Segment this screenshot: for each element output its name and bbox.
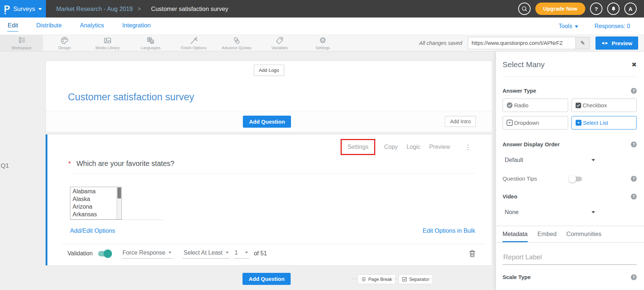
question-logic-button[interactable]: Logic bbox=[407, 144, 420, 150]
question-text[interactable]: Which are your favorite states? bbox=[76, 159, 174, 168]
eye-icon bbox=[601, 41, 608, 46]
preview-button[interactable]: Preview bbox=[595, 36, 638, 50]
add-question-button-top[interactable]: Add Question bbox=[243, 116, 291, 128]
surveys-menu-label: Surveys bbox=[13, 5, 35, 12]
add-logo-button[interactable]: Add Logo bbox=[254, 65, 284, 76]
tab-distribute[interactable]: Distribute bbox=[36, 20, 62, 32]
top-bar: P Surveys Market Research - Aug 2019 > C… bbox=[0, 0, 644, 18]
divider bbox=[427, 279, 432, 279]
answer-type-select-list[interactable]: Select List bbox=[571, 116, 637, 129]
editor-toolbar: Workspace Design Media Library Languages… bbox=[0, 35, 644, 51]
question-tips-toggle[interactable] bbox=[570, 177, 582, 181]
surveys-menu[interactable]: P Surveys bbox=[0, 0, 46, 18]
separator-button[interactable]: Separator bbox=[399, 274, 433, 284]
survey-url-input[interactable] bbox=[468, 37, 575, 49]
breadcrumb-separator: > bbox=[138, 6, 141, 12]
add-intro-button[interactable]: Add Intro bbox=[445, 116, 476, 127]
toolbar-item-label: Languages bbox=[141, 46, 160, 50]
separator-label: Separator bbox=[409, 277, 429, 282]
more-options-icon[interactable]: ⋮ bbox=[465, 143, 472, 151]
settings-highlight-box: Settings bbox=[341, 139, 376, 155]
help-icon[interactable]: ? bbox=[631, 142, 637, 147]
tools-menu[interactable]: Tools bbox=[559, 23, 578, 30]
toolbar-item-workspace[interactable]: Workspace bbox=[0, 35, 43, 51]
breadcrumb-folder[interactable]: Market Research - Aug 2019 bbox=[56, 5, 133, 12]
edit-url-button[interactable]: ✎ bbox=[575, 37, 589, 49]
responses-count: Responses: 0 bbox=[594, 23, 630, 30]
help-icon[interactable]: ? bbox=[631, 176, 637, 182]
toolbar-item-finish-options[interactable]: Finish Options bbox=[172, 35, 215, 51]
close-icon[interactable]: ✖ bbox=[632, 61, 637, 69]
validation-count-dropdown[interactable]: 1 bbox=[234, 249, 249, 259]
nav-tabs: Edit Distribute Analytics Integration bbox=[7, 20, 151, 32]
question-settings-button[interactable]: Settings bbox=[348, 144, 369, 150]
toolbar-item-label: Design bbox=[58, 46, 71, 50]
answer-listbox[interactable]: Alabama Alaska Arizona Arkansas bbox=[70, 187, 122, 220]
toolbar-item-label: Advance Quotas bbox=[222, 46, 251, 50]
list-item[interactable]: Alaska bbox=[73, 195, 117, 203]
toolbar-item-settings[interactable]: ⚙ Settings bbox=[301, 35, 344, 51]
toolbar-item-media-library[interactable]: Media Library bbox=[86, 35, 129, 51]
tab-communities[interactable]: Communities bbox=[566, 231, 601, 242]
question-copy-button[interactable]: Copy bbox=[384, 144, 397, 150]
validation-rule-dropdown[interactable]: Force Response bbox=[122, 249, 172, 259]
answer-type-checkbox[interactable]: Checkbox bbox=[571, 98, 637, 112]
toolbar-item-variables[interactable]: Variables bbox=[258, 35, 301, 51]
listbox-scrollbar[interactable] bbox=[117, 187, 121, 219]
question-preview-button[interactable]: Preview bbox=[429, 144, 450, 150]
chevron-down-icon bbox=[575, 26, 578, 28]
scrollbar-thumb[interactable] bbox=[117, 187, 121, 198]
list-item[interactable]: Arkansas bbox=[73, 210, 117, 218]
panel-title: Select Many bbox=[503, 60, 545, 69]
chevron-down-icon bbox=[168, 252, 171, 254]
tab-edit[interactable]: Edit bbox=[7, 20, 18, 32]
toolbar-item-label: Variables bbox=[271, 46, 288, 50]
tab-integration[interactable]: Integration bbox=[122, 20, 151, 32]
workspace-icon bbox=[17, 36, 26, 45]
tab-analytics[interactable]: Analytics bbox=[79, 20, 104, 32]
edit-options-bulk-link[interactable]: Edit Options in Bulk bbox=[423, 227, 475, 234]
add-question-button-bottom[interactable]: Add Question bbox=[243, 273, 291, 285]
answer-type-radio[interactable]: Radio bbox=[503, 98, 568, 112]
toolbar-item-label: Settings bbox=[315, 46, 330, 50]
help-icon[interactable]: ? bbox=[631, 274, 637, 280]
display-order-select[interactable]: Default bbox=[503, 157, 597, 163]
answer-type-dropdown[interactable]: Dropdown bbox=[503, 116, 568, 129]
toolbar-item-advance-quotas[interactable]: Advance Quotas bbox=[215, 35, 258, 51]
delete-question-button[interactable] bbox=[469, 250, 476, 258]
list-item[interactable]: Arizona bbox=[73, 203, 117, 210]
upgrade-now-button[interactable]: Upgrade Now bbox=[535, 3, 585, 15]
validation-condition-value: Select At Least bbox=[183, 250, 222, 256]
chevron-down-icon bbox=[245, 252, 248, 254]
tab-embed[interactable]: Embed bbox=[538, 231, 556, 242]
survey-title[interactable]: Customer satisfaction survey bbox=[68, 92, 194, 103]
search-button[interactable] bbox=[518, 3, 531, 15]
topbar-actions: Upgrade Now ? A bbox=[518, 3, 644, 15]
survey-header-card: Add Logo Customer satisfaction survey Ad… bbox=[46, 61, 492, 132]
toolbar-item-languages[interactable]: Languages bbox=[129, 35, 172, 51]
help-icon[interactable]: ? bbox=[631, 88, 637, 94]
page-break-button[interactable]: Page Break bbox=[358, 274, 396, 284]
answer-type-label-select-list: Select List bbox=[583, 120, 608, 126]
answer-type-label-radio: Radio bbox=[514, 102, 528, 108]
save-status: All changes saved bbox=[419, 40, 462, 46]
notifications-button[interactable] bbox=[607, 3, 620, 15]
nav-right: Tools Responses: 0 bbox=[559, 23, 637, 30]
dropdown-square-icon bbox=[507, 120, 513, 126]
video-value: None bbox=[505, 209, 519, 216]
validation-total: of 51 bbox=[254, 250, 267, 257]
help-icon[interactable]: ? bbox=[631, 194, 637, 200]
list-item[interactable]: Alabama bbox=[73, 187, 117, 195]
answer-type-options: Radio Checkbox Dropdown Select List bbox=[503, 98, 637, 129]
avatar[interactable]: A bbox=[624, 3, 637, 15]
trash-icon bbox=[469, 250, 476, 258]
report-label-input[interactable] bbox=[503, 253, 637, 265]
help-button[interactable]: ? bbox=[590, 3, 602, 15]
validation-condition-dropdown[interactable]: Select At Least bbox=[183, 249, 230, 259]
validation-toggle[interactable] bbox=[98, 251, 111, 256]
add-edit-options-link[interactable]: Add/Edit Options bbox=[70, 227, 115, 234]
toolbar-item-design[interactable]: Design bbox=[43, 35, 86, 51]
tab-metadata[interactable]: Metadata bbox=[503, 231, 528, 242]
options-links-row: Add/Edit Options Edit Options in Bulk bbox=[70, 227, 475, 234]
video-select[interactable]: None bbox=[503, 209, 597, 216]
